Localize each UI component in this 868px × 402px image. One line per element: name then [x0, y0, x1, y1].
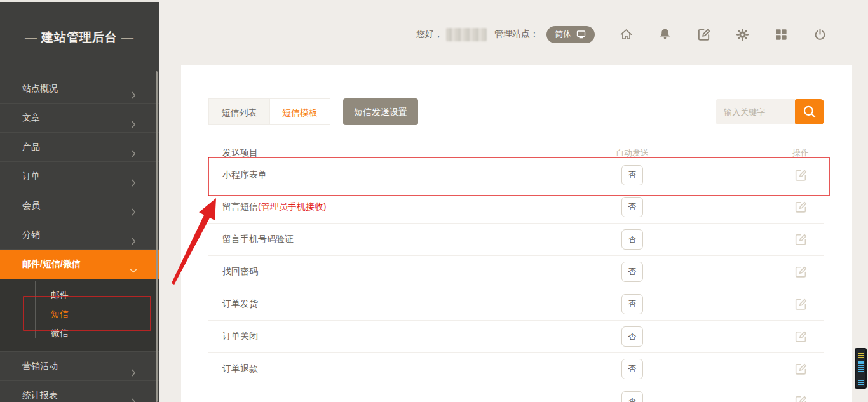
tab-button-label: 短信发送设置	[354, 107, 407, 117]
sidebar-item[interactable]: 订单	[0, 162, 159, 191]
sidebar-item[interactable]: 会员	[0, 191, 159, 220]
sidebar-item[interactable]: 文章	[0, 104, 159, 133]
sidebar-item-label: 文章	[22, 112, 40, 123]
sidebar-item-label: 营销活动	[22, 361, 58, 371]
sidebar-subitem-label: 短信	[51, 309, 69, 319]
apps-grid-icon[interactable]	[773, 27, 789, 42]
edit-row-icon[interactable]	[794, 168, 808, 182]
sidebar-item-label: 产品	[22, 142, 40, 152]
sidebar-item[interactable]: 邮件/短信/微信	[0, 250, 159, 279]
auto-send-toggle-button[interactable]: 否	[621, 197, 643, 217]
tabs: 短信列表短信模板短信发送设置	[208, 98, 418, 125]
admin-page: —建站管理后台— 站点概况 文章 产品 订单 会员 分销 邮件/短信/微信	[0, 0, 868, 402]
row-label: 找回密码	[208, 266, 607, 278]
sidebar-item-label: 订单	[22, 171, 40, 181]
auto-send-toggle-button[interactable]: 否	[621, 165, 643, 185]
search-icon	[801, 104, 818, 120]
monitor-icon	[576, 29, 587, 39]
title-dash-right: —	[118, 30, 138, 44]
sidebar-item[interactable]: 营销活动	[0, 352, 159, 381]
chevron-right-icon	[128, 200, 139, 210]
sidebar-item[interactable]: 站点概况	[0, 74, 159, 104]
edit-row-icon[interactable]	[794, 394, 808, 402]
sidebar-subitem-label: 邮件	[51, 290, 69, 300]
auto-send-toggle-button[interactable]: 否	[621, 294, 643, 314]
table-row: 否	[208, 385, 824, 402]
search-input[interactable]	[716, 99, 795, 124]
row-label: 订单发货	[208, 298, 607, 310]
edit-row-icon[interactable]	[794, 265, 808, 279]
tab[interactable]: 短信模板	[269, 98, 330, 125]
sidebar-subitem[interactable]: 微信	[0, 323, 159, 342]
chevron-right-icon	[128, 142, 139, 152]
topbar: 您好， 管理站点： 简体	[159, 0, 868, 65]
sidebar-subitem-label: 微信	[51, 328, 69, 338]
sidebar-subitem[interactable]: 短信	[0, 304, 159, 323]
auto-send-toggle-button[interactable]: 否	[621, 229, 643, 250]
sidebar-item[interactable]: 分销	[0, 220, 159, 250]
sidebar-menu: 站点概况 文章 产品 订单 会员 分销 邮件/短信/微信 邮件	[0, 74, 159, 402]
tab[interactable]: 短信列表	[208, 98, 269, 125]
widget-blue-bars	[858, 361, 864, 385]
table-row: 小程序表单 否	[208, 159, 824, 191]
edit-row-icon[interactable]	[794, 200, 808, 214]
language-pill-label: 简体	[555, 29, 571, 40]
widget-yellow-bars	[858, 353, 864, 361]
tab-label: 短信模板	[282, 107, 318, 117]
sidebar-item-label: 分销	[22, 229, 40, 239]
sidebar-item[interactable]: 统计报表	[0, 381, 159, 402]
edit-row-icon[interactable]	[794, 330, 808, 344]
auto-send-toggle-button[interactable]: 否	[621, 391, 643, 402]
floating-widget[interactable]	[855, 348, 867, 389]
table-header: 发送项目 自动发送 操作	[208, 147, 824, 159]
manage-site-label: 管理站点：	[494, 29, 539, 40]
sidebar-top-strip	[0, 0, 159, 2]
chevron-right-icon	[128, 229, 139, 239]
edit-row-icon[interactable]	[794, 232, 808, 246]
chevron-right-icon	[128, 361, 139, 371]
bell-icon[interactable]	[657, 27, 672, 42]
tab-button[interactable]: 短信发送设置	[343, 98, 418, 125]
content-panel: 短信列表短信模板短信发送设置 发送项目 自动发送 操作 小程序表单 否	[181, 65, 852, 402]
edit-row-icon[interactable]	[794, 297, 808, 311]
gear-icon[interactable]	[735, 27, 750, 42]
row-label: 订单退款	[208, 363, 607, 375]
row-label-red-note: (管理员手机接收)	[258, 201, 326, 211]
sidebar-item-label: 邮件/短信/微信	[22, 258, 81, 269]
auto-send-toggle-button[interactable]: 否	[621, 326, 643, 347]
table-row: 找回密码 否	[208, 256, 824, 288]
col-send-item: 发送项目	[208, 147, 607, 159]
home-icon[interactable]	[618, 27, 634, 42]
chevron-right-icon	[128, 258, 139, 269]
chevron-right-icon	[128, 83, 139, 93]
edit-row-icon[interactable]	[794, 362, 808, 376]
chevron-right-icon	[128, 171, 139, 181]
power-icon[interactable]	[812, 27, 827, 42]
row-label: 留言短信(管理员手机接收)	[208, 201, 607, 213]
sidebar-title: —建站管理后台—	[0, 29, 159, 46]
chevron-right-icon	[128, 112, 139, 123]
table-row: 订单发货 否	[208, 288, 824, 321]
table-row: 订单退款 否	[208, 353, 824, 385]
row-label: 小程序表单	[208, 170, 607, 181]
sidebar-item[interactable]: 产品	[0, 133, 159, 162]
search-button[interactable]	[795, 99, 824, 124]
tab-label: 短信列表	[222, 107, 257, 117]
col-operation: 操作	[782, 147, 820, 159]
edit-icon[interactable]	[696, 27, 711, 42]
censored-username	[446, 28, 487, 41]
auto-send-toggle-button[interactable]: 否	[621, 359, 643, 379]
sidebar-subitem[interactable]: 邮件	[0, 285, 159, 304]
sidebar-scrollbar[interactable]	[156, 71, 158, 402]
sidebar-submenu: 邮件 短信 微信	[0, 279, 159, 352]
sidebar-item-label: 会员	[22, 200, 40, 210]
sidebar-item-label: 站点概况	[22, 83, 58, 93]
table-row: 留言手机号码验证 否	[208, 224, 824, 256]
language-site-pill[interactable]: 简体	[546, 26, 595, 43]
sidebar-item-label: 统计报表	[22, 390, 58, 400]
search-bar	[716, 99, 824, 124]
sidebar: —建站管理后台— 站点概况 文章 产品 订单 会员 分销 邮件/短信/微信	[0, 0, 159, 402]
col-auto-send: 自动发送	[607, 147, 658, 159]
auto-send-toggle-button[interactable]: 否	[621, 262, 643, 282]
table-row: 订单关闭 否	[208, 321, 824, 353]
